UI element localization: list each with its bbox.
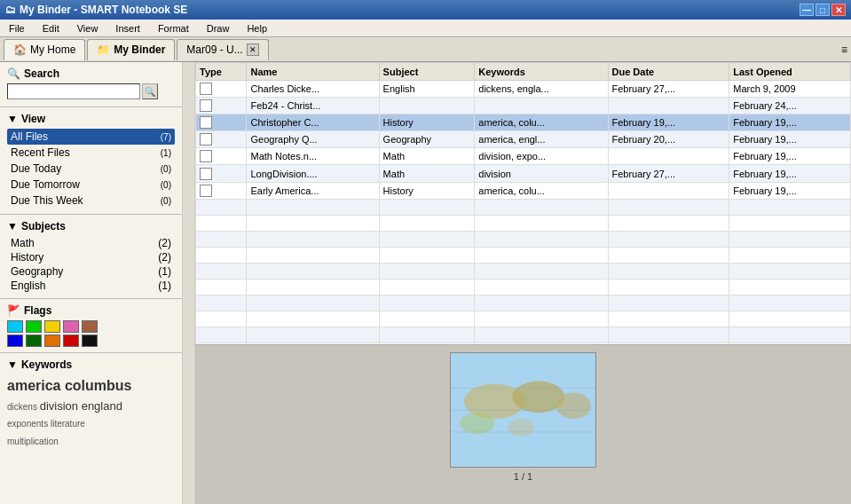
col-subject[interactable]: Subject bbox=[379, 63, 475, 81]
search-section-label: Search bbox=[24, 67, 59, 80]
file-icon bbox=[200, 185, 212, 197]
table-row[interactable]: Christopher C... History america, colu..… bbox=[196, 114, 851, 131]
view-due-tomorrow-label: Due Tomorrow bbox=[11, 178, 80, 191]
cell-keywords: america, engl... bbox=[475, 131, 608, 148]
view-item-due-today[interactable]: Due Today (0) bbox=[7, 161, 175, 177]
view-due-today-count: (0) bbox=[161, 164, 171, 174]
view-item-due-tomorrow[interactable]: Due Tomorrow (0) bbox=[7, 177, 175, 193]
cell-last-opened: February 19,... bbox=[729, 131, 851, 148]
flag-blue[interactable] bbox=[7, 335, 23, 347]
home-icon: 🏠 bbox=[13, 43, 27, 56]
keyword-division[interactable]: division bbox=[40, 399, 82, 413]
title-bar: 🗂 My Binder - SMART Notebook SE — □ ✕ bbox=[0, 0, 851, 20]
keyword-exponents[interactable]: exponents bbox=[7, 419, 51, 429]
table-row[interactable]: Geography Q... Geography america, engl..… bbox=[196, 131, 851, 148]
table-row[interactable]: Feb24 - Christ... February 24,... bbox=[196, 98, 851, 114]
flag-dark-green[interactable] bbox=[26, 335, 42, 347]
subject-geography[interactable]: Geography (1) bbox=[7, 264, 175, 279]
flags-row-2 bbox=[7, 335, 175, 347]
left-panel-scrollbar[interactable] bbox=[182, 62, 194, 504]
flag-pink[interactable] bbox=[63, 320, 79, 333]
cell-keywords: dickens, engla... bbox=[475, 81, 608, 98]
subjects-label: Subjects bbox=[21, 220, 66, 232]
flag-black[interactable] bbox=[82, 335, 98, 347]
view-item-all-files[interactable]: All Files (7) bbox=[7, 129, 175, 145]
flag-brown[interactable] bbox=[82, 320, 98, 333]
table-row[interactable]: LongDivision.... Math division February … bbox=[196, 165, 851, 182]
flag-red[interactable] bbox=[63, 335, 79, 347]
cell-type bbox=[196, 131, 247, 148]
col-last-opened[interactable]: Last Opened bbox=[729, 63, 851, 81]
keyword-america[interactable]: america bbox=[7, 378, 65, 393]
table-row[interactable]: Charles Dicke... English dickens, engla.… bbox=[196, 81, 851, 98]
subject-english[interactable]: English (1) bbox=[7, 279, 175, 293]
cell-due-date bbox=[608, 148, 729, 165]
menu-view[interactable]: View bbox=[72, 21, 104, 35]
menu-edit[interactable]: Edit bbox=[37, 21, 65, 35]
keyword-england[interactable]: england bbox=[82, 399, 122, 413]
cell-type bbox=[196, 148, 247, 165]
menu-draw[interactable]: Draw bbox=[201, 21, 235, 35]
tab-binder[interactable]: 📁 My Binder bbox=[87, 39, 175, 60]
cell-name: Geography Q... bbox=[247, 131, 379, 148]
view-item-recent[interactable]: Recent Files (1) bbox=[7, 145, 175, 161]
col-keywords[interactable]: Keywords bbox=[475, 63, 608, 81]
subject-history[interactable]: History (2) bbox=[7, 250, 175, 264]
table-row-empty bbox=[196, 263, 851, 279]
menu-file[interactable]: File bbox=[4, 21, 30, 35]
maximize-button[interactable]: □ bbox=[816, 4, 830, 16]
file-icon bbox=[200, 116, 212, 129]
tab-close-button[interactable]: ✕ bbox=[247, 43, 259, 56]
table-row[interactable]: Math Notes.n... Math division, expo... F… bbox=[196, 148, 851, 165]
binder-icon: 📁 bbox=[97, 43, 110, 56]
cell-keywords: america, colu... bbox=[475, 114, 608, 131]
cell-due-date bbox=[608, 182, 729, 199]
file-icon bbox=[200, 168, 212, 180]
keyword-multiplication[interactable]: multiplication bbox=[7, 437, 59, 446]
col-name[interactable]: Name bbox=[247, 63, 379, 81]
cell-keywords bbox=[475, 98, 608, 114]
svg-point-3 bbox=[556, 392, 592, 419]
view-item-due-week[interactable]: Due This Week (0) bbox=[7, 193, 175, 209]
col-type[interactable]: Type bbox=[196, 63, 247, 81]
cell-last-opened: February 19,... bbox=[729, 148, 851, 165]
menu-insert[interactable]: Insert bbox=[110, 21, 146, 35]
flag-orange[interactable] bbox=[44, 335, 60, 347]
tab-home[interactable]: 🏠 My Home bbox=[4, 39, 85, 60]
flags-icon: 🚩 bbox=[7, 304, 20, 317]
flag-yellow[interactable] bbox=[44, 320, 60, 333]
cell-subject bbox=[379, 98, 475, 114]
view-due-today-label: Due Today bbox=[11, 162, 61, 175]
right-panel: Type Name Subject Keywords Due Date Last… bbox=[195, 62, 851, 504]
keyword-dickens[interactable]: dickens bbox=[7, 402, 40, 412]
close-button[interactable]: ✕ bbox=[831, 4, 846, 16]
search-section: 🔍 Search 🔍 bbox=[0, 62, 182, 105]
keywords-section: ▼ Keywords america columbus dickens divi… bbox=[0, 355, 182, 453]
keyword-literature[interactable]: literature bbox=[51, 419, 85, 429]
tab-mar[interactable]: Mar09 - U... ✕ bbox=[177, 39, 268, 60]
flag-green[interactable] bbox=[26, 320, 42, 333]
menu-format[interactable]: Format bbox=[153, 21, 194, 35]
keyword-columbus[interactable]: columbus bbox=[65, 378, 132, 393]
menu-help[interactable]: Help bbox=[241, 21, 272, 35]
table-row-empty bbox=[196, 247, 851, 263]
minimize-button[interactable]: — bbox=[800, 4, 814, 16]
svg-point-5 bbox=[508, 419, 534, 437]
subject-math[interactable]: Math (2) bbox=[7, 236, 175, 250]
flag-cyan[interactable] bbox=[7, 320, 23, 333]
flags-label: Flags bbox=[24, 304, 51, 317]
file-icon bbox=[200, 133, 212, 146]
tabs-overflow[interactable]: ≡ bbox=[841, 43, 847, 56]
search-input[interactable] bbox=[7, 83, 140, 99]
file-icon bbox=[200, 150, 212, 162]
cell-subject: Math bbox=[379, 165, 475, 182]
keywords-icon: ▼ bbox=[7, 358, 18, 371]
cell-keywords: division bbox=[475, 165, 608, 182]
table-row[interactable]: Early America... History america, colu..… bbox=[196, 182, 851, 199]
col-due-date[interactable]: Due Date bbox=[608, 63, 729, 81]
file-table: Type Name Subject Keywords Due Date Last… bbox=[195, 62, 851, 344]
search-button[interactable]: 🔍 bbox=[142, 83, 158, 99]
keywords-area: america columbus dickens division englan… bbox=[7, 374, 175, 450]
cell-keywords: division, expo... bbox=[475, 148, 608, 165]
tab-home-label: My Home bbox=[30, 43, 75, 56]
